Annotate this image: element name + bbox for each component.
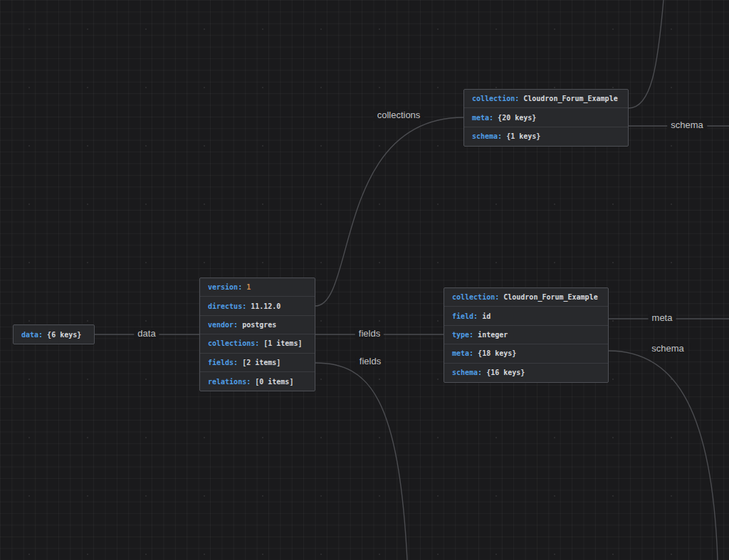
edge-fields-2-label: fields (356, 356, 384, 367)
row-value: 1 (246, 283, 251, 291)
node-row: relations:[0 items] (200, 372, 315, 391)
edge-field-schema-label: schema (648, 343, 688, 354)
node-row: fields:[2 items] (200, 354, 315, 372)
row-key: schema: (452, 369, 482, 376)
row-value: integer (478, 331, 508, 339)
row-key: version: (208, 283, 242, 291)
row-value: {18 keys} (478, 349, 516, 357)
row-key: collection: (472, 95, 519, 102)
row-value: [0 items] (255, 378, 293, 386)
row-value: {20 keys} (498, 114, 536, 122)
node-row: schema:{16 keys} (444, 364, 608, 382)
node-row: meta:{20 keys} (464, 108, 628, 127)
row-key: vendor: (208, 321, 238, 329)
row-key: meta: (452, 349, 473, 357)
row-value: postgres (242, 321, 276, 329)
row-value: [1 items] (263, 339, 302, 347)
node-row: collections:[1 items] (200, 334, 315, 353)
node-row: collection:Cloudron_Forum_Example (464, 90, 628, 108)
row-key: fields: (208, 359, 238, 366)
edge-field-meta-label: meta (649, 312, 676, 324)
row-key: schema: (472, 132, 502, 140)
node-row: schema:{1 keys} (464, 127, 628, 146)
graph-canvas[interactable]: datacollectionsfieldsfieldsschemametasch… (0, 0, 729, 560)
row-value: {16 keys} (486, 369, 525, 376)
node-row: directus:11.12.0 (200, 297, 315, 315)
edge-collection-schema-label: schema (667, 120, 707, 131)
edge-fields-2 (315, 363, 407, 560)
node-collection[interactable]: collection:Cloudron_Forum_Examplemeta:{2… (463, 89, 629, 147)
row-value: [2 items] (242, 359, 280, 366)
row-value: id (482, 312, 491, 320)
row-key: collection: (452, 293, 499, 301)
row-key: meta: (472, 114, 493, 122)
row-value: Cloudron_Forum_Example (503, 293, 597, 301)
edge-field-schema (609, 351, 718, 560)
row-value: {6 keys} (47, 331, 81, 339)
node-row: meta:{18 keys} (444, 344, 608, 363)
row-value: 11.12.0 (251, 302, 280, 310)
row-key: type: (452, 331, 473, 339)
node-row: field:id (444, 307, 608, 325)
edge-collections (315, 117, 463, 306)
row-key: directus: (208, 302, 246, 310)
row-key: relations: (208, 378, 251, 386)
row-key: field: (452, 312, 478, 320)
edge-collections-label: collections (374, 110, 424, 121)
row-key: data: (21, 331, 43, 339)
node-row: type:integer (444, 326, 608, 344)
node-row: vendor:postgres (200, 316, 315, 334)
node-row: version:1 (200, 278, 315, 297)
row-key: collections: (208, 339, 259, 347)
node-row: collection:Cloudron_Forum_Example (444, 288, 608, 307)
edge-collection-meta (629, 0, 664, 108)
row-value: {1 keys} (506, 132, 540, 140)
row-value: Cloudron_Forum_Example (523, 95, 617, 102)
node-root-detail[interactable]: version:1directus:11.12.0vendor:postgres… (199, 278, 315, 391)
edge-layer (0, 0, 729, 560)
edge-data-label: data (134, 328, 159, 339)
edge-fields-1-label: fields (355, 328, 384, 339)
node-field-id[interactable]: collection:Cloudron_Forum_Examplefield:i… (444, 287, 609, 383)
node-data-root[interactable]: data:{6 keys} (13, 324, 95, 344)
node-row: data:{6 keys} (14, 325, 94, 344)
